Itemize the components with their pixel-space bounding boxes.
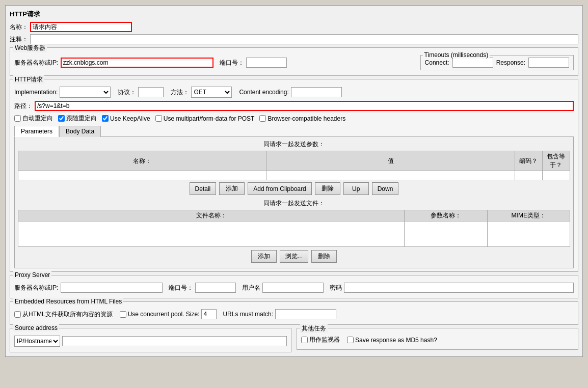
proxy-port-label: 端口号： [169, 284, 193, 292]
files-table-row [18, 221, 570, 247]
content-encoding-input[interactable] [291, 87, 342, 97]
down-button[interactable]: Down [372, 182, 399, 195]
multipart-checkbox[interactable]: Use multipart/form-data for POST [155, 115, 255, 122]
comment-label: 注释： [10, 35, 28, 44]
proxy-server-input[interactable] [61, 283, 163, 293]
params-header: 同请求一起发送参数： [18, 140, 570, 149]
params-col-encode: 编码？ [515, 151, 542, 171]
name-label: 名称： [10, 23, 28, 32]
files-col-name: 文件名称： [18, 210, 405, 221]
concurrent-input[interactable] [201, 309, 217, 319]
port-input[interactable] [246, 58, 287, 68]
response-label: Response: [496, 59, 525, 66]
source-legend: Source address [13, 324, 59, 331]
embedded-legend: Embedded Resources from HTML Files [13, 298, 123, 305]
delete-file-button[interactable]: 删除 [311, 250, 337, 263]
table-row [18, 171, 570, 180]
concurrent-checkbox[interactable]: Use concurrent pool. Size: [120, 311, 200, 318]
urls-label: URLs must match: [223, 311, 273, 318]
md5-checkbox[interactable]: Save response as MD5 hash? [347, 337, 437, 344]
protocol-input[interactable] [138, 87, 164, 97]
source-type-select[interactable]: IP/Hostname [14, 336, 60, 347]
server-label: 服务器名称或IP: [14, 59, 59, 67]
proxy-user-input[interactable] [262, 283, 324, 293]
keepalive-checkbox[interactable]: Use KeepAlive [102, 115, 150, 122]
name-input[interactable] [30, 22, 132, 32]
embedded-checkbox[interactable]: 从HTML文件获取所有内容的资源 [14, 310, 113, 319]
source-address-input[interactable] [62, 336, 287, 346]
params-col-name: 名称： [18, 151, 266, 171]
add-file-button[interactable]: 添加 [251, 250, 277, 263]
protocol-label: 协议： [118, 88, 136, 97]
response-input[interactable] [528, 58, 569, 68]
implementation-select[interactable] [60, 87, 111, 98]
proxy-port-input[interactable] [195, 283, 236, 293]
detail-button[interactable]: Detail [190, 182, 217, 195]
server-input[interactable] [61, 58, 213, 68]
browse-button[interactable]: 浏览... [280, 250, 308, 263]
urls-input[interactable] [275, 309, 336, 319]
tab-body-data[interactable]: Body Data [59, 126, 101, 137]
add-from-clipboard-button[interactable]: Add from Clipboard [248, 182, 311, 195]
tab-parameters[interactable]: Parameters [14, 126, 59, 137]
delete-button[interactable]: 删除 [315, 182, 340, 195]
web-server-legend: Web服务器 [13, 44, 47, 52]
auto-redirect-checkbox[interactable]: 自动重定向 [14, 114, 53, 123]
method-label: 方法： [171, 88, 189, 97]
method-select[interactable]: GET POST PUT DELETE [191, 87, 232, 98]
proxy-legend: Proxy Server [13, 271, 51, 279]
monitor-checkbox[interactable]: 用作监视器 [301, 336, 340, 344]
panel-title: HTTP请求 [10, 10, 578, 19]
proxy-pass-label: 密码 [330, 284, 342, 292]
params-col-value: 值 [266, 151, 515, 171]
params-col-include: 包含等于？ [542, 151, 570, 171]
path-input[interactable] [35, 101, 574, 111]
files-header: 同请求一起发送文件： [18, 199, 570, 208]
proxy-user-label: 用户名 [242, 284, 260, 292]
port-label: 端口号： [220, 59, 244, 67]
path-label: 路径： [14, 102, 33, 110]
files-col-mime: MIME类型： [487, 210, 570, 221]
other-tasks-legend: 其他任务 [300, 324, 328, 333]
proxy-pass-input[interactable] [344, 283, 574, 293]
add-button[interactable]: 添加 [219, 182, 245, 195]
connect-label: Connect: [425, 59, 449, 66]
http-request-legend: HTTP请求 [13, 75, 44, 84]
implementation-label: Implementation: [14, 89, 58, 96]
files-col-param: 参数名称： [405, 210, 487, 221]
up-button[interactable]: Up [343, 182, 369, 195]
timeouts-legend: Timeouts (milliseconds) [423, 51, 490, 59]
connect-input[interactable] [452, 58, 493, 68]
comment-input[interactable] [30, 34, 578, 44]
follow-redirect-checkbox[interactable]: 跟随重定向 [58, 114, 97, 123]
content-encoding-label: Content encoding: [239, 89, 288, 96]
browser-headers-checkbox[interactable]: Browser-compatible headers [259, 115, 345, 122]
proxy-server-label: 服务器名称或IP: [14, 284, 59, 292]
